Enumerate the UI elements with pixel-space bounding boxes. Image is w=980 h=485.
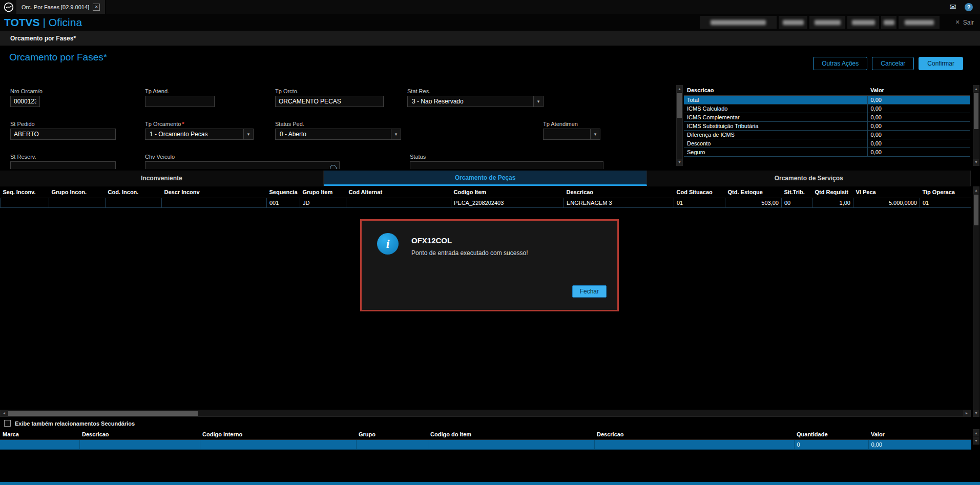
cell: 0 xyxy=(794,440,868,450)
secondary-data-row[interactable]: 0 0,00 xyxy=(0,440,971,450)
totals-row[interactable]: Seguro 0,00 xyxy=(684,148,970,157)
nro-orcamo-input[interactable] xyxy=(10,96,40,107)
scroll-up-button[interactable]: ▲ xyxy=(677,86,682,92)
scroll-thumb[interactable] xyxy=(8,411,198,416)
mail-icon[interactable]: ✉ xyxy=(950,2,956,12)
tp-orcto-input[interactable] xyxy=(275,96,384,107)
status-input[interactable] xyxy=(410,161,603,169)
redacted-menu-item[interactable] xyxy=(700,16,777,29)
grid-vertical-scrollbar[interactable]: ▲ ▼ xyxy=(973,186,979,417)
totals-row-total[interactable]: Total 0,00 xyxy=(684,96,970,104)
redacted-menu-item[interactable] xyxy=(847,16,879,29)
header-cell: Qtd Requisit xyxy=(812,186,853,198)
scroll-down-button[interactable]: ▼ xyxy=(677,159,682,165)
header-cell: Codigo Item xyxy=(451,186,564,198)
cell xyxy=(356,440,428,450)
stat-res-select[interactable]: 3 - Nao Reservado ▾ xyxy=(407,96,544,107)
totals-table: Descricao Valor Total 0,00 ICMS Calculad… xyxy=(684,85,970,157)
header-cell: Codigo Interno xyxy=(200,429,356,440)
fechar-button[interactable]: Fechar xyxy=(572,285,607,298)
tp-atend-input[interactable] xyxy=(145,96,215,107)
brand-divider: | xyxy=(43,16,45,28)
grid-header-row: Seq. Inconv. Grupo Incon. Cod. Incon. De… xyxy=(1,186,971,198)
vehicle-lookup-icon[interactable] xyxy=(330,165,337,169)
scroll-down-button[interactable]: ▼ xyxy=(973,410,979,416)
field-nro-orcamo: Nro Orcam/o xyxy=(10,88,40,107)
header-cell: Cod Situacao xyxy=(674,186,725,198)
tab-inconveniente[interactable]: Inconveniente xyxy=(0,171,324,186)
sair-x-icon: ✕ xyxy=(955,19,960,26)
chevron-down-icon: ▾ xyxy=(533,96,543,107)
brand-title: TOTVS | Oficina xyxy=(4,16,82,29)
field-st-reserv: St Reserv. xyxy=(10,154,116,169)
field-label: St Pedido xyxy=(10,121,116,127)
header-cell: Grupo xyxy=(356,429,428,440)
totals-row[interactable]: Desconto 0,00 xyxy=(684,139,970,148)
scroll-up-button[interactable]: ▲ xyxy=(973,430,979,436)
form-vertical-scrollbar[interactable]: ▲ ▼ xyxy=(676,85,683,166)
grid-data-row[interactable]: 001 JD PECA_2208202403 ENGRENAGEM 3 01 5… xyxy=(1,198,971,208)
help-icon[interactable]: ? xyxy=(965,3,973,11)
field-label: Nro Orcam/o xyxy=(10,88,40,94)
redacted-menu-item[interactable] xyxy=(779,16,807,29)
breadcrumb-text: Orcamento por Fases* xyxy=(10,35,76,42)
tp-orcamento-select[interactable]: 1 - Orcamento Pecas ▾ xyxy=(145,129,254,140)
grid-horizontal-scrollbar[interactable]: ◄ ► xyxy=(0,410,971,417)
header-cell: Vl Peca xyxy=(853,186,920,198)
cell: 0,00 xyxy=(868,440,971,450)
totals-row[interactable]: Diferença de ICMS 0,00 xyxy=(684,131,970,139)
tab-orcamento-servicos[interactable]: Orcamento de Serviços xyxy=(647,171,971,186)
tab-orcamento-pecas[interactable]: Orcamento de Peças xyxy=(324,171,648,186)
cell: 0,00 xyxy=(867,148,970,157)
scroll-down-button[interactable]: ▼ xyxy=(973,159,979,165)
st-reserv-input[interactable] xyxy=(10,161,116,169)
totals-vertical-scrollbar[interactable]: ▲ ▼ xyxy=(973,85,979,166)
select-value: 1 - Orcamento Pecas xyxy=(150,131,207,138)
scroll-left-button[interactable]: ◄ xyxy=(1,410,8,416)
scroll-right-button[interactable]: ► xyxy=(963,410,970,416)
field-tp-atendimen: Tp Atendimen ▾ xyxy=(543,121,600,140)
scroll-up-button[interactable]: ▲ xyxy=(973,187,979,194)
chv-veiculo-input[interactable] xyxy=(145,161,340,169)
redacted-menu-item[interactable] xyxy=(809,16,845,29)
brand-name: TOTVS xyxy=(4,16,40,28)
cell xyxy=(106,198,162,208)
redacted-menu-item[interactable] xyxy=(899,16,940,29)
cell: 00 xyxy=(782,198,812,208)
field-tp-orcto: Tp Orcto. xyxy=(275,88,384,107)
st-pedido-input[interactable] xyxy=(10,129,116,140)
outras-acoes-button[interactable]: Outras Ações xyxy=(813,57,867,70)
header-cell: Sequencia xyxy=(267,186,300,198)
scroll-up-button[interactable]: ▲ xyxy=(973,86,979,92)
field-status-ped: Status Ped. 0 - Aberto ▾ xyxy=(275,121,401,140)
status-ped-select[interactable]: 0 - Aberto ▾ xyxy=(275,129,401,140)
header-cell: Codigo do Item xyxy=(428,429,594,440)
confirmar-button[interactable]: Confirmar xyxy=(919,57,963,70)
header-cell: Descricao xyxy=(594,429,794,440)
sair-button[interactable]: ✕ Sair xyxy=(955,19,974,26)
secondary-checkbox[interactable] xyxy=(4,420,11,427)
window-tab[interactable]: Orc. Por Fases [02.9.0014] ✕ xyxy=(16,0,106,14)
header-cell: Cod. Incon. xyxy=(106,186,162,198)
secondary-vertical-scrollbar[interactable]: ▲ ▼ xyxy=(973,429,979,445)
scroll-thumb[interactable] xyxy=(974,195,978,225)
breadcrumb: Orcamento por Fases* xyxy=(0,31,980,46)
cell: 001 xyxy=(267,198,300,208)
secondary-checkbox-label: Exibe também relacionamentos Secundários xyxy=(15,420,135,427)
scroll-thumb[interactable] xyxy=(974,93,978,129)
redacted-menu-item[interactable] xyxy=(881,16,896,29)
parts-grid-table: Seq. Inconv. Grupo Incon. Cod. Incon. De… xyxy=(0,186,971,208)
totals-row[interactable]: ICMS Complementar 0,00 xyxy=(684,113,970,122)
topbar-right: ✉ ? xyxy=(950,2,980,12)
field-label: Stat.Res. xyxy=(407,88,544,94)
cancelar-button[interactable]: Cancelar xyxy=(872,57,914,70)
totals-row[interactable]: ICMS Substituição Tributária 0,00 xyxy=(684,122,970,131)
scroll-thumb[interactable] xyxy=(677,93,682,118)
cell xyxy=(594,440,794,450)
tab-bar: Inconveniente Orcamento de Peças Orcamen… xyxy=(0,171,971,186)
totals-row[interactable]: ICMS Calculado 0,00 xyxy=(684,104,970,113)
tp-atendimen-select[interactable]: ▾ xyxy=(543,129,600,140)
scroll-down-button[interactable]: ▼ xyxy=(973,437,979,444)
tab-close-icon[interactable]: ✕ xyxy=(93,4,100,11)
field-label: Tp Orcamento* xyxy=(145,121,254,127)
